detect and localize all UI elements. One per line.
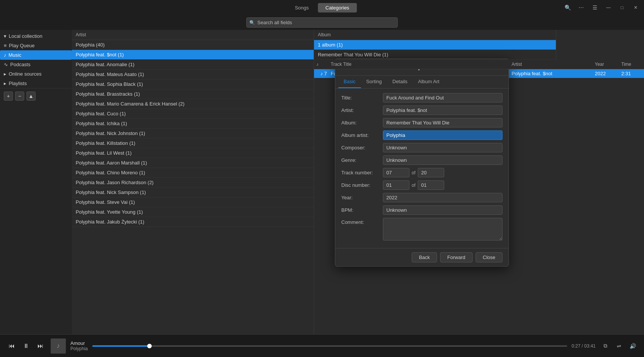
field-row-album: Album: [341, 118, 502, 127]
remove-button[interactable]: − [15, 92, 24, 101]
progress-fill [92, 345, 149, 347]
sidebar: ▾ Local collection ≡ Play Queue ♪ Music … [0, 30, 72, 334]
artist-row[interactable]: Polyphia feat. Mario Camarena & Erick Ha… [72, 99, 314, 109]
field-input-disc-total[interactable] [418, 180, 444, 190]
shuffle-button[interactable]: ⇌ [614, 341, 624, 351]
tab-songs[interactable]: Songs [287, 3, 316, 12]
field-input-genre[interactable] [383, 155, 502, 165]
sidebar-item-podcasts[interactable]: ∿ Podcasts [0, 60, 72, 69]
sidebar-group-playlists[interactable]: ▸ Playlists [0, 79, 72, 88]
field-input-composer[interactable] [383, 143, 502, 152]
field-input-comment[interactable] [383, 218, 502, 241]
field-row-disc: Disc number: of [341, 180, 502, 190]
disc-number-pair: of [383, 180, 502, 190]
disc-of-label: of [412, 183, 415, 188]
field-input-artist[interactable] [383, 106, 502, 115]
artist-row[interactable]: Polyphia feat. Yvette Young (1) [72, 207, 314, 217]
modal-tab-details[interactable]: Details [387, 76, 413, 88]
back-button[interactable]: Back [412, 252, 437, 262]
field-input-disc-number[interactable] [383, 180, 409, 190]
artist-row[interactable]: Polyphia feat. Brasstracks (1) [72, 89, 314, 99]
podcasts-icon: ∿ [4, 62, 8, 67]
col-header-artist: Artist [512, 62, 595, 67]
field-label-disc: Disc number: [341, 182, 383, 188]
maximize-button[interactable]: □ [617, 2, 627, 13]
field-label-bpm: BPM: [341, 207, 383, 213]
field-label-title: Title: [341, 95, 383, 101]
prev-button[interactable]: ⏮ [6, 340, 17, 352]
col-header-time: Time [621, 62, 644, 67]
play-queue-icon: ≡ [4, 43, 7, 48]
search-icon[interactable]: 🔍 [562, 2, 573, 13]
artist-row[interactable]: Polyphia feat. Sophia Black (1) [72, 79, 314, 89]
forward-button[interactable]: Forward [440, 252, 473, 262]
artist-row[interactable]: Polyphia feat. Steve Vai (1) [72, 197, 314, 207]
artist-row[interactable]: Polyphia feat. Jason Richardson (2) [72, 178, 314, 188]
track-artist-cell: Polyphia feat. $not [512, 71, 595, 76]
track-of-label: of [412, 170, 415, 175]
online-sources-label: Online sources [9, 71, 42, 77]
menu-icon[interactable]: ☰ [590, 2, 600, 13]
more-icon[interactable]: ⋯ [576, 2, 586, 13]
tracklist-header: ♪ Track Title Artist Year Time [314, 60, 644, 69]
artist-row[interactable]: Polyphia feat. $not (1) [72, 50, 314, 60]
album-panel-header: Album [314, 30, 556, 40]
modal-tab-sorting[interactable]: Sorting [361, 76, 387, 88]
field-label-album-artist: Album artist: [341, 132, 383, 138]
tab-categories[interactable]: Categories [318, 3, 357, 12]
field-input-album-artist[interactable] [383, 130, 502, 140]
artist-row[interactable]: Polyphia feat. Ichika (1) [72, 119, 314, 129]
artist-row[interactable]: Polyphia feat. Anomalie (1) [72, 60, 314, 70]
artist-row[interactable]: Polyphia feat. Cuco (1) [72, 109, 314, 119]
searchbar: 🔍 [0, 15, 644, 30]
add-button[interactable]: + [4, 92, 13, 101]
sidebar-item-label-podcasts: Podcasts [10, 62, 30, 67]
titlebar-icons: 🔍 ⋯ ☰ — □ ✕ [562, 2, 641, 13]
volume-button[interactable]: 🔊 [627, 341, 638, 351]
artist-row[interactable]: Polyphia feat. Nick Sampson (1) [72, 188, 314, 197]
next-button[interactable]: ⏭ [35, 340, 46, 352]
artist-row[interactable]: Polyphia feat. Nick Johnston (1) [72, 129, 314, 138]
minimize-button[interactable]: — [603, 2, 614, 13]
close-button[interactable]: ✕ [630, 2, 641, 13]
field-label-track: Track number: [341, 170, 383, 175]
search-input[interactable] [246, 17, 398, 28]
album-list: 1 album (1)Remember That You Will Die (1… [314, 40, 556, 60]
artist-row[interactable]: Polyphia (40) [72, 40, 314, 50]
sidebar-item-label-music: Music [9, 52, 22, 58]
artist-row[interactable]: Polyphia feat. Lil West (1) [72, 148, 314, 158]
artist-row[interactable]: Polyphia feat. Mateus Asato (1) [72, 70, 314, 79]
field-input-bpm[interactable] [383, 205, 502, 215]
chevron-down-icon: ▾ [4, 33, 6, 39]
field-input-title[interactable] [383, 93, 502, 102]
field-label-year: Year: [341, 195, 383, 200]
field-input-track-total[interactable] [418, 168, 444, 177]
field-label-album: Album: [341, 120, 383, 126]
field-label-artist: Artist: [341, 107, 383, 113]
player-artist: Polyphia [70, 346, 88, 351]
modal-tab-basic[interactable]: Basic [338, 76, 361, 88]
field-input-year[interactable] [383, 193, 502, 202]
field-input-track-number[interactable] [383, 168, 409, 177]
artist-row[interactable]: Polyphia feat. Chino Moreno (1) [72, 168, 314, 178]
artist-row[interactable]: Polyphia feat. Jakub Żytecki (1) [72, 217, 314, 227]
progress-knob[interactable] [147, 344, 152, 348]
field-row-artist: Artist: [341, 106, 502, 115]
field-row-comment: Comment: [341, 218, 502, 241]
close-modal-button[interactable]: Close [476, 252, 502, 262]
sidebar-item-play-queue[interactable]: ≡ Play Queue [0, 41, 72, 50]
field-input-album[interactable] [383, 118, 502, 127]
sidebar-group-local-collection[interactable]: ▾ Local collection [0, 31, 72, 41]
modal-tab-album-art[interactable]: Album Art [413, 76, 445, 88]
album-row[interactable]: 1 album (1) [314, 40, 556, 50]
album-thumb: ♪ [51, 338, 66, 354]
sidebar-group-online-sources[interactable]: ▸ Online sources [0, 69, 72, 79]
pause-button[interactable]: ⏸ [20, 340, 32, 352]
up-button[interactable]: ▲ [26, 92, 36, 101]
progress-bar[interactable] [92, 345, 567, 347]
window-mode-button[interactable]: ⧉ [600, 341, 611, 351]
artist-row[interactable]: Polyphia feat. Aaron Marshall (1) [72, 158, 314, 168]
artist-row[interactable]: Polyphia feat. Killstation (1) [72, 138, 314, 148]
sidebar-item-music[interactable]: ♪ Music [0, 50, 72, 60]
player-info: Amour Polyphia [70, 340, 88, 351]
